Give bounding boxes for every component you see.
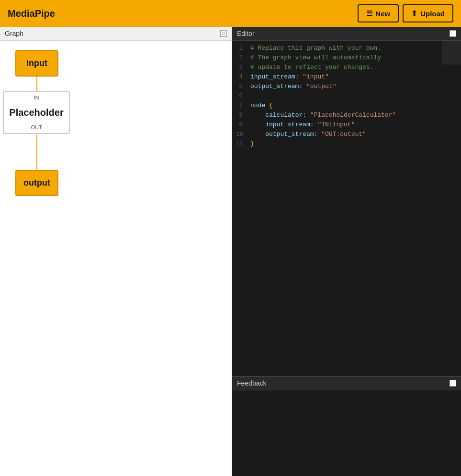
placeholder-title: Placeholder bbox=[9, 107, 63, 118]
editor-section: Editor □ 1 # Replace this graph with you… bbox=[232, 27, 461, 376]
editor-expand-icon[interactable]: □ bbox=[450, 30, 456, 37]
header: MediaPipe ☰ New ⬆ Upload bbox=[0, 0, 461, 27]
graph-area[interactable]: input IN Placeholder OUT output bbox=[0, 41, 232, 476]
feedback-panel-header: Feedback □ bbox=[232, 376, 461, 390]
feedback-expand-icon[interactable]: □ bbox=[450, 380, 456, 387]
editor-code-wrapper: 1 # Replace this graph with your own. 2 … bbox=[232, 41, 461, 376]
connector-1 bbox=[36, 77, 37, 91]
code-line-6: 6 bbox=[232, 92, 461, 102]
code-line-1: 1 # Replace this graph with your own. bbox=[232, 44, 461, 54]
right-panel: Editor □ 1 # Replace this graph with you… bbox=[232, 27, 461, 476]
code-line-10: 10 output_stream: "OUT:output" bbox=[232, 131, 461, 140]
feedback-panel-title: Feedback bbox=[237, 379, 266, 387]
feedback-section: Feedback □ bbox=[232, 376, 461, 476]
code-line-3: 3 # update to reflect your changes. bbox=[232, 64, 461, 73]
logo: MediaPipe bbox=[8, 8, 55, 19]
graph-panel-header: Graph □ bbox=[0, 27, 232, 41]
new-button[interactable]: ☰ New bbox=[358, 4, 399, 22]
code-line-5: 5 output_stream: "output" bbox=[232, 83, 461, 92]
feedback-area bbox=[232, 390, 461, 476]
graph-panel: Graph □ input IN Placeholder OUT output bbox=[0, 27, 232, 476]
code-area[interactable]: 1 # Replace this graph with your own. 2 … bbox=[232, 41, 461, 154]
code-line-2: 2 # The graph view will automatically bbox=[232, 54, 461, 64]
node-input[interactable]: input bbox=[15, 50, 58, 77]
header-buttons: ☰ New ⬆ Upload bbox=[358, 4, 453, 22]
code-line-7: 7 node { bbox=[232, 102, 461, 111]
hamburger-icon: ☰ bbox=[366, 9, 372, 18]
graph-panel-title: Graph bbox=[5, 30, 23, 37]
code-line-11: 11 } bbox=[232, 140, 461, 150]
editor-panel-title: Editor bbox=[237, 30, 255, 37]
code-line-9: 9 input_stream: "IN:input" bbox=[232, 121, 461, 131]
upload-icon: ⬆ bbox=[411, 9, 417, 18]
main-layout: Graph □ input IN Placeholder OUT output bbox=[0, 27, 461, 476]
editor-panel-header: Editor □ bbox=[232, 27, 461, 41]
code-line-4: 4 input_stream: "input" bbox=[232, 73, 461, 83]
code-line-8: 8 calculator: "PlaceholderCalculator" bbox=[232, 111, 461, 121]
port-out-label: OUT bbox=[31, 124, 42, 130]
graph-expand-icon[interactable]: □ bbox=[220, 30, 227, 37]
upload-button[interactable]: ⬆ Upload bbox=[403, 4, 453, 22]
node-output[interactable]: output bbox=[15, 170, 58, 196]
node-placeholder[interactable]: IN Placeholder OUT bbox=[3, 91, 70, 134]
connector-2 bbox=[36, 134, 37, 170]
editor-minimap bbox=[442, 41, 461, 65]
port-in-label: IN bbox=[34, 95, 39, 100]
